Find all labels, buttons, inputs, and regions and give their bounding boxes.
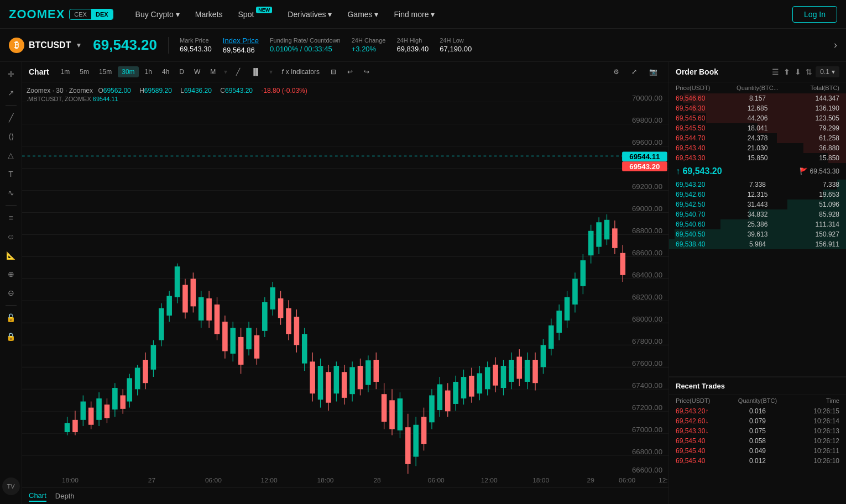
tool-crosshair[interactable]: ✛ [3,66,19,82]
rt-col-price: Price(USDT) [676,397,730,404]
tool-shapes[interactable]: ⟨⟩ [3,129,19,144]
tf-4h[interactable]: 4h [158,66,173,77]
svg-rect-68 [166,296,172,316]
index-price-label[interactable]: Index Price [223,36,259,45]
tool-zoom-in[interactable]: ⊕ [3,266,19,282]
tool-lock-2[interactable]: 🔒 [3,329,19,344]
tool-arrow[interactable]: ↗ [3,85,19,101]
bid-row[interactable]: 69,543.20 7.338 7.338 [669,180,846,190]
svg-rect-100 [294,317,300,345]
tf-30m[interactable]: 30m [118,66,138,77]
rt-title: Recent Trades [676,382,725,390]
chart-undo[interactable]: ↩ [343,66,357,77]
rt-rows: 69,543.20↑ 0.016 10:26:15 69,542.60↓ 0.0… [669,406,846,466]
funding-value: 0.0100% / 00:33:45 [270,45,341,53]
ask-row[interactable]: 69,545.50 18.041 79.299 [669,123,846,133]
high-item: 24H High 69,839.40 [396,37,429,53]
chart-depth-tabs: Chart Depth [22,487,669,504]
bid-row[interactable]: 69,538.40 5.984 156.911 [669,239,846,249]
svg-text:69000.00: 69000.00 [632,205,662,213]
nav-buy-crypto[interactable]: Buy Crypto ▾ [129,7,186,22]
chart-area: Zoomex · 30 · Zoomex O69562.00 H69589.20… [22,82,669,487]
ob-view-1[interactable]: ☰ [771,66,780,77]
svg-text:69800.00: 69800.00 [632,117,662,124]
ob-precision-selector[interactable]: 0.1 ▾ [816,66,839,77]
svg-text:28: 28 [373,477,380,484]
chart-screenshot[interactable]: 📷 [645,66,662,77]
tab-depth[interactable]: Depth [55,490,75,502]
svg-rect-176 [596,222,602,246]
svg-rect-110 [334,366,340,393]
dex-button[interactable]: DEX [91,9,113,19]
ob-view-3[interactable]: ⬇ [793,66,802,77]
svg-rect-94 [270,287,275,309]
cex-button[interactable]: CEX [70,9,91,19]
ask-row[interactable]: 69,545.60 44.206 123.505 [669,113,846,123]
svg-rect-118 [365,360,371,385]
trade-row: 69,543.30↓ 0.075 10:26:13 [669,426,846,436]
login-button[interactable]: Log In [792,6,837,23]
ask-row[interactable]: 69,544.70 24.378 61.258 [669,133,846,143]
ticker-nav-arrow[interactable]: › [834,39,837,51]
bid-row[interactable]: 69,542.50 31.443 51.096 [669,200,846,209]
tf-m[interactable]: M [206,66,220,77]
pair-selector[interactable]: ₿ BTCUSDT ▼ [9,38,82,53]
svg-rect-90 [254,335,260,359]
chart-svg: 70000.00 69800.00 69600.00 69400.00 6920… [22,82,669,487]
ob-column-headers: Price(USDT) Quantity(BTC... Total(BTC) [669,82,846,93]
tf-5m[interactable]: 5m [76,66,93,77]
svg-text:66600.00: 66600.00 [632,466,662,474]
trade-row: 69,542.60↓ 0.079 10:26:14 [669,416,846,426]
tool-lock-1[interactable]: 🔓 [3,310,19,326]
bid-row[interactable]: 69,540.70 34.832 85.928 [669,209,846,219]
nav-spot-label: Spot [238,10,254,19]
nav-games[interactable]: Games ▾ [341,7,385,22]
nav-derivatives[interactable]: Derivatives ▾ [281,7,338,22]
tv-watermark[interactable]: TV [2,477,20,495]
chart-type-candle[interactable]: ▐▌ [247,66,265,77]
tool-triangle[interactable]: △ [3,148,19,163]
bid-row[interactable]: 69,542.60 12.315 19.653 [669,190,846,200]
chart-settings[interactable]: ⚙ [609,66,624,77]
ask-row[interactable]: 69,546.60 8.157 144.347 [669,93,846,103]
ask-row[interactable]: 69,543.30 15.850 15.850 [669,153,846,163]
tab-chart[interactable]: Chart [29,490,46,502]
nav-find-more[interactable]: Find more ▾ [388,7,442,22]
tool-emoji[interactable]: ☺ [3,229,19,244]
chart-templates[interactable]: ⊟ [326,66,341,77]
tf-1h[interactable]: 1h [141,66,156,77]
tool-text[interactable]: T [3,166,19,182]
svg-rect-82 [222,322,228,351]
tf-15m[interactable]: 15m [95,66,116,77]
indicators-btn[interactable]: f x Indicators [277,66,324,77]
tf-d[interactable]: D [175,66,188,77]
ob-view-4[interactable]: ⇅ [805,66,813,77]
indicators-label: x Indicators [286,68,320,76]
mark-price-label: Mark Price [180,37,212,44]
bid-row[interactable]: 69,540.60 25.386 111.314 [669,219,846,229]
tool-measure[interactable]: ≡ [3,210,19,225]
chart-type-line[interactable]: ╱ [232,66,244,77]
ask-row[interactable]: 69,543.40 21.030 36.880 [669,143,846,153]
tf-w[interactable]: W [190,66,204,77]
nav-markets[interactable]: Markets [189,7,229,22]
svg-text:68200.00: 68200.00 [632,293,662,301]
svg-text:69544.11: 69544.11 [629,153,660,160]
svg-rect-170 [572,279,578,305]
svg-text:29: 29 [587,477,594,484]
ask-row[interactable]: 69,546.30 12.685 136.190 [669,103,846,113]
nav-spot[interactable]: Spot NEW [232,7,279,22]
tool-ruler[interactable]: 📐 [3,248,19,263]
tool-path[interactable]: ∿ [3,185,19,201]
svg-rect-136 [437,384,443,410]
tool-zoom-out[interactable]: ⊖ [3,285,19,301]
svg-rect-76 [199,297,204,321]
bid-row[interactable]: 69,540.50 39.613 150.927 [669,229,846,239]
tf-1m[interactable]: 1m [57,66,74,77]
chart-redo[interactable]: ↪ [359,66,374,77]
svg-rect-74 [191,279,196,306]
tool-line[interactable]: ╱ [3,110,19,125]
chart-fullscreen[interactable]: ⤢ [627,66,641,77]
ob-view-2[interactable]: ⬆ [782,66,791,77]
low-item: 24H Low 67,190.00 [440,37,472,53]
